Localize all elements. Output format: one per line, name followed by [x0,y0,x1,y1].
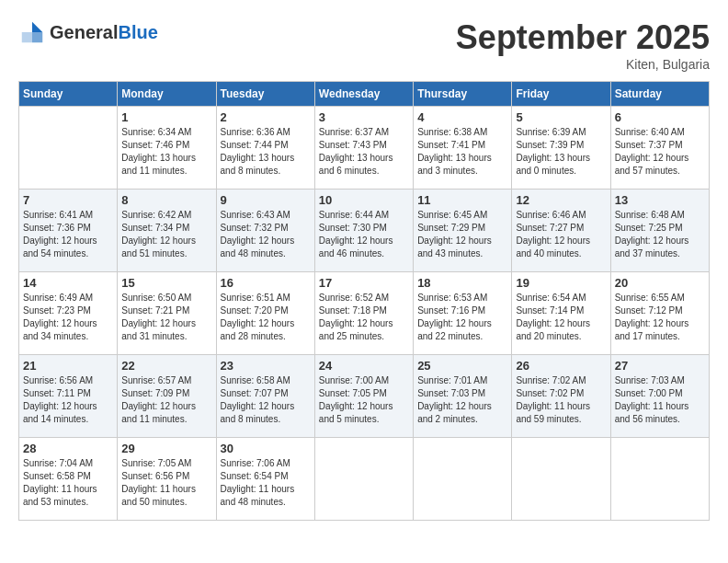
day-number: 28 [23,442,113,455]
logo: GeneralBlue [18,18,158,46]
day-info: Sunrise: 6:50 AMSunset: 7:21 PMDaylight:… [121,292,211,343]
calendar-day-cell: 13Sunrise: 6:48 AMSunset: 7:25 PMDayligh… [610,190,709,272]
weekday-header: Wednesday [314,82,413,107]
calendar-day-cell: 21Sunrise: 6:56 AMSunset: 7:11 PMDayligh… [19,355,118,438]
day-info: Sunrise: 6:36 AMSunset: 7:44 PMDaylight:… [221,126,311,178]
day-number: 24 [319,359,409,373]
day-number: 18 [417,276,507,290]
day-number: 2 [221,110,311,124]
day-info: Sunrise: 6:53 AMSunset: 7:16 PMDaylight:… [417,292,507,343]
svg-marker-1 [32,32,42,42]
day-info: Sunrise: 7:06 AMSunset: 6:54 PMDaylight:… [221,457,311,509]
calendar-week-row: 1Sunrise: 6:34 AMSunset: 7:46 PMDaylight… [19,107,710,190]
calendar-day-cell: 28Sunrise: 7:04 AMSunset: 6:58 PMDayligh… [19,438,118,521]
calendar-day-cell: 11Sunrise: 6:45 AMSunset: 7:29 PMDayligh… [414,190,512,272]
page-header: GeneralBlue September 2025 Kiten, Bulgar… [18,18,710,72]
weekday-header: Monday [118,82,216,107]
day-number: 15 [121,276,211,290]
day-number: 10 [319,193,409,207]
day-info: Sunrise: 6:34 AMSunset: 7:46 PMDaylight:… [121,126,211,178]
calendar-day-cell: 25Sunrise: 7:01 AMSunset: 7:03 PMDayligh… [414,355,512,438]
calendar-day-cell [414,438,512,521]
calendar-day-cell [19,107,118,190]
calendar-day-cell: 19Sunrise: 6:54 AMSunset: 7:14 PMDayligh… [512,272,610,355]
day-info: Sunrise: 7:01 AMSunset: 7:03 PMDaylight:… [417,374,507,426]
day-number: 9 [221,193,311,207]
calendar-day-cell: 12Sunrise: 6:46 AMSunset: 7:27 PMDayligh… [512,190,610,272]
weekday-header: Tuesday [216,82,314,107]
day-number: 17 [319,276,409,290]
calendar-day-cell: 17Sunrise: 6:52 AMSunset: 7:18 PMDayligh… [314,272,413,355]
calendar-day-cell [512,438,610,521]
calendar-day-cell: 6Sunrise: 6:40 AMSunset: 7:37 PMDaylight… [610,107,709,190]
calendar-day-cell: 5Sunrise: 6:39 AMSunset: 7:39 PMDaylight… [512,107,610,190]
calendar-day-cell: 30Sunrise: 7:06 AMSunset: 6:54 PMDayligh… [216,438,314,521]
svg-marker-0 [32,22,42,32]
calendar-day-cell: 1Sunrise: 6:34 AMSunset: 7:46 PMDaylight… [118,107,216,190]
day-number: 12 [516,193,606,207]
day-info: Sunrise: 6:54 AMSunset: 7:14 PMDaylight:… [516,292,606,343]
svg-marker-2 [22,32,32,42]
day-info: Sunrise: 7:02 AMSunset: 7:02 PMDaylight:… [516,374,606,426]
weekday-header: Friday [512,82,610,107]
location: Kiten, Bulgaria [456,57,710,72]
day-info: Sunrise: 6:45 AMSunset: 7:29 PMDaylight:… [417,209,507,260]
day-info: Sunrise: 6:49 AMSunset: 7:23 PMDaylight:… [23,292,113,343]
calendar-day-cell: 22Sunrise: 6:57 AMSunset: 7:09 PMDayligh… [118,355,216,438]
calendar-day-cell: 20Sunrise: 6:55 AMSunset: 7:12 PMDayligh… [610,272,709,355]
day-number: 29 [121,442,211,455]
day-number: 23 [221,359,311,373]
calendar-week-row: 7Sunrise: 6:41 AMSunset: 7:36 PMDaylight… [19,190,710,272]
day-info: Sunrise: 6:39 AMSunset: 7:39 PMDaylight:… [516,126,606,178]
day-info: Sunrise: 6:51 AMSunset: 7:20 PMDaylight:… [221,292,311,343]
calendar-body: 1Sunrise: 6:34 AMSunset: 7:46 PMDaylight… [19,107,710,521]
calendar-week-row: 21Sunrise: 6:56 AMSunset: 7:11 PMDayligh… [19,355,710,438]
calendar-day-cell [314,438,413,521]
day-number: 13 [615,193,705,207]
day-number: 5 [516,110,606,124]
calendar-table: SundayMondayTuesdayWednesdayThursdayFrid… [18,81,710,521]
title-block: September 2025 Kiten, Bulgaria [456,18,710,72]
day-info: Sunrise: 6:57 AMSunset: 7:09 PMDaylight:… [121,374,211,426]
calendar-day-cell: 2Sunrise: 6:36 AMSunset: 7:44 PMDaylight… [216,107,314,190]
day-info: Sunrise: 6:52 AMSunset: 7:18 PMDaylight:… [319,292,409,343]
weekday-header: Saturday [610,82,709,107]
calendar-day-cell: 18Sunrise: 6:53 AMSunset: 7:16 PMDayligh… [414,272,512,355]
day-number: 19 [516,276,606,290]
calendar-day-cell: 7Sunrise: 6:41 AMSunset: 7:36 PMDaylight… [19,190,118,272]
calendar-day-cell: 16Sunrise: 6:51 AMSunset: 7:20 PMDayligh… [216,272,314,355]
day-info: Sunrise: 6:42 AMSunset: 7:34 PMDaylight:… [121,209,211,260]
calendar-day-cell: 24Sunrise: 7:00 AMSunset: 7:05 PMDayligh… [314,355,413,438]
day-number: 22 [121,359,211,373]
day-info: Sunrise: 7:03 AMSunset: 7:00 PMDaylight:… [615,374,705,426]
day-info: Sunrise: 7:04 AMSunset: 6:58 PMDaylight:… [23,457,113,509]
calendar-week-row: 28Sunrise: 7:04 AMSunset: 6:58 PMDayligh… [19,438,710,521]
day-info: Sunrise: 6:44 AMSunset: 7:30 PMDaylight:… [319,209,409,260]
day-info: Sunrise: 7:00 AMSunset: 7:05 PMDaylight:… [319,374,409,426]
day-number: 14 [23,276,113,290]
calendar-day-cell [610,438,709,521]
day-number: 11 [417,193,507,207]
logo-text-general: General [50,22,118,42]
calendar-day-cell: 29Sunrise: 7:05 AMSunset: 6:56 PMDayligh… [118,438,216,521]
day-number: 6 [615,110,705,124]
calendar-day-cell: 15Sunrise: 6:50 AMSunset: 7:21 PMDayligh… [118,272,216,355]
day-info: Sunrise: 6:55 AMSunset: 7:12 PMDaylight:… [615,292,705,343]
calendar-day-cell: 9Sunrise: 6:43 AMSunset: 7:32 PMDaylight… [216,190,314,272]
day-info: Sunrise: 6:37 AMSunset: 7:43 PMDaylight:… [319,126,409,178]
day-number: 25 [417,359,507,373]
day-number: 27 [615,359,705,373]
day-info: Sunrise: 6:41 AMSunset: 7:36 PMDaylight:… [23,209,113,260]
day-info: Sunrise: 6:38 AMSunset: 7:41 PMDaylight:… [417,126,507,178]
day-info: Sunrise: 7:05 AMSunset: 6:56 PMDaylight:… [121,457,211,509]
day-info: Sunrise: 6:56 AMSunset: 7:11 PMDaylight:… [23,374,113,426]
calendar-day-cell: 8Sunrise: 6:42 AMSunset: 7:34 PMDaylight… [118,190,216,272]
month-title: September 2025 [456,18,710,57]
day-info: Sunrise: 6:48 AMSunset: 7:25 PMDaylight:… [615,209,705,260]
logo-text-blue: Blue [118,22,157,42]
calendar-day-cell: 23Sunrise: 6:58 AMSunset: 7:07 PMDayligh… [216,355,314,438]
calendar-header: SundayMondayTuesdayWednesdayThursdayFrid… [19,82,710,107]
calendar-day-cell: 10Sunrise: 6:44 AMSunset: 7:30 PMDayligh… [314,190,413,272]
weekday-row: SundayMondayTuesdayWednesdayThursdayFrid… [19,82,710,107]
day-number: 4 [417,110,507,124]
